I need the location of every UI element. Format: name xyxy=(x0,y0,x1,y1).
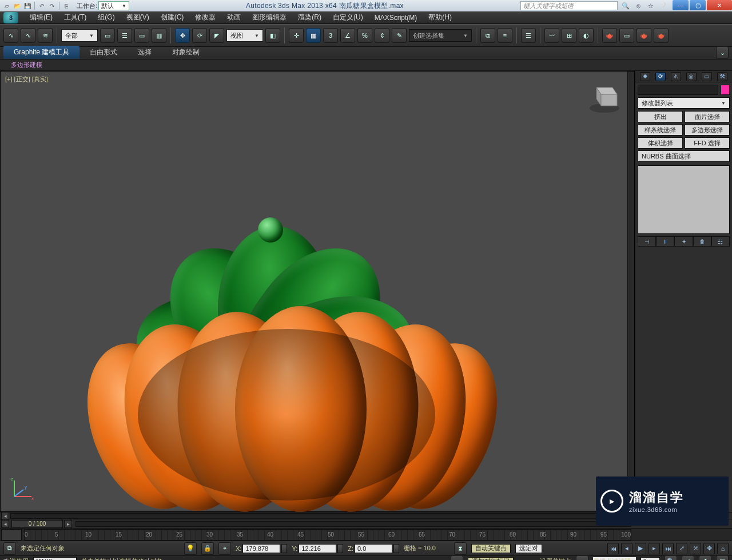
remove-mod-icon[interactable]: 🗑 xyxy=(693,236,711,247)
btn-ffd-select[interactable]: FFD 选择 xyxy=(685,137,730,149)
menu-group[interactable]: 组(G) xyxy=(92,11,120,24)
percent-snap-icon[interactable]: % xyxy=(357,28,372,43)
add-time-tag[interactable]: 添加时间标记 xyxy=(468,557,514,561)
minimize-button[interactable]: — xyxy=(673,0,689,10)
keyboard-shortcut-icon[interactable]: ▦ xyxy=(306,28,321,43)
render-setup-icon[interactable]: 🫖 xyxy=(602,28,617,43)
window-crossing-icon[interactable]: ▥ xyxy=(152,28,166,43)
undo-icon[interactable]: ↶ xyxy=(37,1,46,10)
ribbon-tab-selection[interactable]: 选择 xyxy=(128,46,162,59)
move-tool-icon[interactable]: ✥ xyxy=(175,28,190,43)
autokey-toggle[interactable]: 自动关键点 xyxy=(471,544,511,553)
viewport[interactable]: [+] [正交] [真实] xyxy=(0,71,635,512)
selection-filter-dropdown[interactable]: 全部▼ xyxy=(61,29,98,42)
viewport-nav1-icon[interactable]: ⤢ xyxy=(676,543,687,554)
menu-view[interactable]: 视图(V) xyxy=(121,11,155,24)
menu-tools[interactable]: 工具(T) xyxy=(58,11,92,24)
select-name-icon[interactable]: ☰ xyxy=(117,28,132,43)
time-slider-thumb[interactable]: 0 / 100 xyxy=(11,520,63,528)
viewport-nav2-icon[interactable]: ⤧ xyxy=(690,543,701,554)
menu-modifiers[interactable]: 修改器 xyxy=(189,11,221,24)
viewport-vscroll[interactable] xyxy=(627,72,634,511)
edit-named-sel-icon[interactable]: ✎ xyxy=(392,28,407,43)
transform-type-icon[interactable]: ⌖ xyxy=(218,542,231,555)
btn-volume-select[interactable]: 体积选择 xyxy=(638,137,683,149)
time-tag-icon[interactable]: 🏷 xyxy=(451,555,463,561)
play-icon[interactable]: ▶ xyxy=(635,543,646,554)
viewport-label[interactable]: [+] [正交] [真实] xyxy=(5,75,48,84)
menu-animation[interactable]: 动画 xyxy=(221,11,246,24)
ribbon-poly-modeling[interactable]: 多边形建模 xyxy=(5,59,49,71)
close-button[interactable]: ✕ xyxy=(707,0,732,10)
goto-start-icon[interactable]: ⏮ xyxy=(607,543,619,554)
search-icon[interactable]: 🔍 xyxy=(621,1,630,10)
rotate-tool-icon[interactable]: ⟳ xyxy=(192,28,207,43)
btn-face-select[interactable]: 面片选择 xyxy=(685,111,730,122)
select-object-icon[interactable]: ▭ xyxy=(100,28,115,43)
render-prod-icon[interactable]: 🫖 xyxy=(654,28,669,43)
status-lock-icon[interactable]: ⧉ xyxy=(3,542,16,555)
menu-grapheditors[interactable]: 图形编辑器 xyxy=(246,11,292,24)
create-tab-icon[interactable]: ✹ xyxy=(640,72,650,81)
ribbon-collapse-icon[interactable]: ⌄ xyxy=(716,46,729,59)
btn-nurbs-select[interactable]: NURBS 曲面选择 xyxy=(638,150,730,162)
btn-extrude[interactable]: 挤出 xyxy=(638,111,683,122)
menu-create[interactable]: 创建(C) xyxy=(155,11,190,24)
open-icon[interactable]: 📂 xyxy=(13,1,22,10)
manipulate-icon[interactable]: ✛ xyxy=(289,28,304,43)
motion-tab-icon[interactable]: ◎ xyxy=(686,72,697,81)
new-icon[interactable]: ▱ xyxy=(2,1,11,10)
maximize-button[interactable]: ▢ xyxy=(690,0,706,10)
redo-icon[interactable]: ↷ xyxy=(47,1,57,10)
show-end-result-icon[interactable]: Ⅱ xyxy=(656,236,674,247)
selected-key-dd[interactable]: 选定对 xyxy=(515,544,542,553)
next-frame-icon[interactable]: ▸ xyxy=(649,543,660,554)
menu-maxscript[interactable]: MAXScript(M) xyxy=(369,11,423,24)
selection-lock-icon[interactable]: 🔒 xyxy=(201,542,214,555)
trackbar-ruler[interactable]: 0 5 10 15 20 25 30 35 40 45 50 55 60 65 … xyxy=(24,529,631,541)
utilities-tab-icon[interactable]: 🛠 xyxy=(717,72,727,81)
key-filters-button[interactable]: 关键点过滤器... xyxy=(593,557,636,560)
bind-tool-icon[interactable]: ≋ xyxy=(38,28,53,43)
coord-z-input[interactable]: 0.0 xyxy=(355,544,392,553)
coord-x-input[interactable]: 179.878 xyxy=(242,544,280,553)
viewport-nav4-icon[interactable]: ⌂ xyxy=(717,543,729,554)
align-icon[interactable]: ≡ xyxy=(498,28,512,43)
coord-y-spinner[interactable] xyxy=(337,544,343,553)
coord-y-input[interactable]: 12.216 xyxy=(299,544,336,553)
hierarchy-tab-icon[interactable]: ⩚ xyxy=(671,72,681,81)
viewcube[interactable] xyxy=(585,77,624,116)
coord-z-spinner[interactable] xyxy=(393,544,399,553)
help-icon[interactable]: ❔ xyxy=(659,1,668,10)
ref-coord-dropdown[interactable]: 视图▼ xyxy=(226,29,263,42)
hscroll-prev-icon[interactable]: ◂ xyxy=(1,512,9,520)
snap-3d-icon[interactable]: 3 xyxy=(323,28,338,43)
vp-zoomall-icon[interactable]: ⤢ xyxy=(682,555,694,561)
community-icon[interactable]: ⎋ xyxy=(634,1,643,10)
btn-spline-select[interactable]: 样条线选择 xyxy=(638,124,683,136)
material-editor-icon[interactable]: ◐ xyxy=(579,28,594,43)
help-search-input[interactable]: 键入关键字或短语 xyxy=(520,1,618,10)
favorite-icon[interactable]: ☆ xyxy=(646,1,655,10)
menu-help[interactable]: 帮助(H) xyxy=(423,11,458,24)
render-icon[interactable]: 🫖 xyxy=(636,28,651,43)
spinner-snap-icon[interactable]: ⇕ xyxy=(375,28,389,43)
time-prev-icon[interactable]: ◂ xyxy=(1,520,9,528)
pivot-center-icon[interactable]: ◧ xyxy=(265,28,280,43)
rect-region-icon[interactable]: ▭ xyxy=(134,28,149,43)
menu-customize[interactable]: 自定义(U) xyxy=(327,11,369,24)
layers-icon[interactable]: ☰ xyxy=(521,28,536,43)
key-filters-icon[interactable]: 〰 xyxy=(576,555,588,561)
cur-frame-input[interactable]: 0 xyxy=(640,557,660,561)
unlink-tool-icon[interactable]: ∿ xyxy=(21,28,35,43)
workspace-dropdown[interactable]: 默认▼ xyxy=(98,1,129,10)
object-color-swatch[interactable] xyxy=(721,85,730,95)
pin-stack-icon[interactable]: ⊣ xyxy=(638,236,656,247)
render-frame-icon[interactable]: ▭ xyxy=(619,28,634,43)
modifier-list-dropdown[interactable]: 修改器列表▼ xyxy=(638,97,730,109)
setkey-button[interactable]: 设置关键点 xyxy=(540,557,571,560)
link-tool-icon[interactable]: ∿ xyxy=(3,28,18,43)
scale-tool-icon[interactable]: ◤ xyxy=(209,28,224,43)
ribbon-tab-freeform[interactable]: 自由形式 xyxy=(79,46,128,59)
prev-frame-icon[interactable]: ◂ xyxy=(621,543,632,554)
